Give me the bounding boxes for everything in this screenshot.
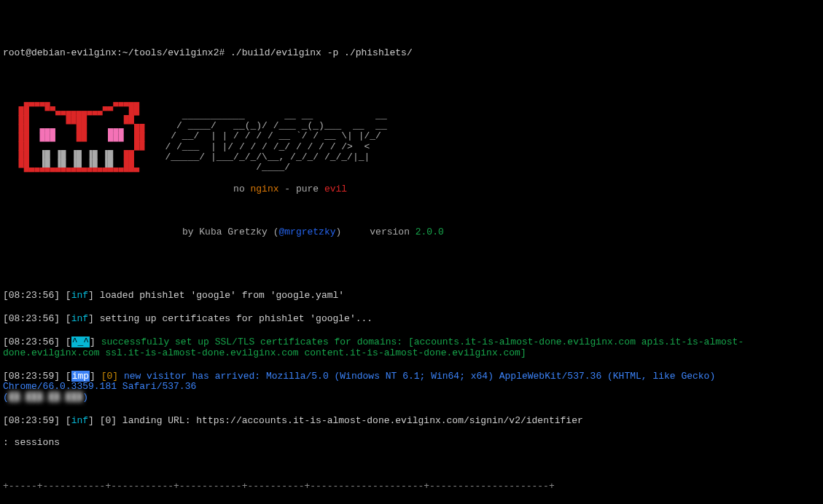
sessions-cmd: : sessions [3,438,820,449]
byline: by Kuba Gretzky (@mrgretzky) version 2.0… [165,227,443,238]
log-line: [08:23:56] [inf] loaded phishlet 'google… [3,291,820,302]
shell-prompt: root@debian-evilginx:~/tools/evilginx2# … [3,48,820,59]
evilginx-logo-icon: ▄▄▄▄▄ ▄▄▄▄▄ ██ ▀▀▄▄▄▄▄▄▄▄▄▀▀ ██ ██ ████ … [3,90,144,177]
ip-redacted: ██.███.██.███ [9,392,82,403]
version: 2.0.0 [416,227,444,237]
log-line: [08:23:56] [inf] setting up certificates… [3,314,820,325]
log-line: [08:23:56] [^_^] successfully set up SSL… [3,337,820,359]
banner: ▄▄▄▄▄ ▄▄▄▄▄ ██ ▀▀▄▄▄▄▄▄▄▄▄▀▀ ██ ██ ████ … [3,90,820,261]
log-line: [08:23:59] [inf] [0] landing URL: https:… [3,416,820,427]
title-block: ___________ __ __ __ / ____/ __(_)/ /___… [165,90,443,261]
table-border: +-----+-----------+-----------+---------… [3,481,820,492]
author-handle: @mrgretzky [279,227,336,237]
log-line: [08:23:59] [imp] [0] new visitor has arr… [3,371,820,404]
tagline: no nginx - pure evil [165,184,443,195]
ascii-title: ___________ __ __ __ / ____/ __(_)/ /___… [165,101,443,173]
